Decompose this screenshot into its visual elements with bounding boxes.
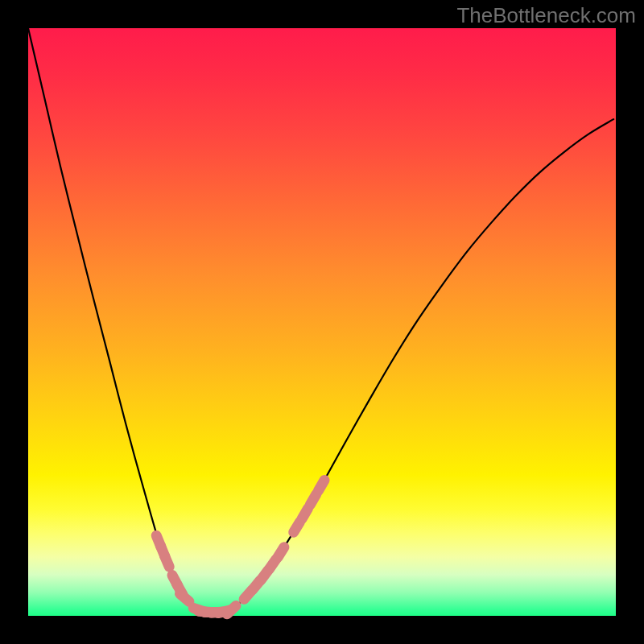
highlight-dot bbox=[294, 522, 300, 532]
chart-svg bbox=[28, 28, 616, 616]
highlight-dot bbox=[302, 509, 308, 519]
watermark-text: TheBottleneck.com bbox=[456, 3, 636, 28]
highlight-dot bbox=[180, 594, 188, 602]
plot-area bbox=[28, 28, 616, 616]
chart-frame: TheBottleneck.com bbox=[0, 0, 644, 644]
highlight-dot bbox=[227, 606, 236, 614]
highlight-dots bbox=[156, 480, 324, 613]
bottleneck-curve bbox=[28, 28, 613, 613]
highlight-dot bbox=[278, 547, 284, 558]
highlight-dot bbox=[164, 555, 169, 567]
highlight-dot bbox=[310, 494, 316, 505]
highlight-dot bbox=[318, 480, 324, 490]
